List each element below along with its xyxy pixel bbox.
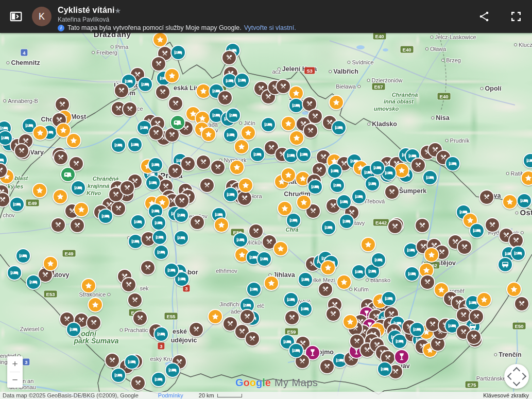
map-marker-star[interactable]	[238, 178, 253, 193]
map-marker-restaurant[interactable]	[217, 90, 233, 106]
map-marker-lodging[interactable]	[330, 178, 345, 193]
map-marker-restaurant[interactable]	[105, 353, 120, 368]
map-marker-restaurant[interactable]	[325, 306, 341, 322]
toggle-sidebar-button[interactable]	[9, 10, 23, 23]
map-marker-restaurant[interactable]	[14, 143, 29, 159]
map-marker-restaurant[interactable]	[196, 154, 211, 170]
map-marker-star[interactable]	[476, 292, 492, 307]
map-marker-restaurant[interactable]	[53, 150, 68, 165]
map-marker-restaurant[interactable]	[167, 163, 183, 179]
map-marker-lodging[interactable]	[321, 220, 336, 235]
map-marker-star[interactable]	[66, 133, 81, 148]
map-marker-restaurant[interactable]	[221, 50, 237, 65]
map-marker-restaurant[interactable]	[485, 217, 500, 233]
map-marker-lodging[interactable]	[145, 175, 161, 190]
map-marker-lodging[interactable]	[381, 291, 397, 306]
map-marker-lodging[interactable]	[469, 223, 485, 238]
map-marker-lodging[interactable]	[371, 252, 386, 268]
map-marker-lodging[interactable]	[153, 326, 169, 342]
map-canvas[interactable]: ChemnitzFreibergPirnaDrážďanyAnnaberg-BJ…	[0, 33, 532, 399]
map-marker-lodging[interactable]	[124, 354, 140, 370]
map-marker-lodging[interactable]	[297, 301, 313, 317]
map-marker-lodging[interactable]	[153, 245, 169, 260]
map-marker-lodging[interactable]	[174, 230, 189, 246]
map-marker-star[interactable]	[342, 314, 358, 329]
map-marker-lodging[interactable]	[226, 108, 241, 123]
map-marker-lodging[interactable]	[148, 157, 163, 172]
map-marker-restaurant[interactable]	[318, 282, 333, 297]
fullscreen-button[interactable]	[510, 10, 522, 23]
map-marker-lodging[interactable]	[288, 343, 304, 358]
map-marker-restaurant[interactable]	[199, 178, 215, 193]
create-own-map-link[interactable]: Vytvořte si vlastní.	[244, 24, 296, 31]
map-marker-lodging[interactable]	[246, 282, 262, 297]
map-marker-restaurant[interactable]	[245, 331, 260, 346]
keyboard-shortcuts-button[interactable]: Klávesové zkratky	[483, 392, 529, 398]
map-marker-star[interactable]	[32, 125, 48, 141]
map-marker-restaurant[interactable]	[122, 101, 138, 117]
map-marker-restaurant[interactable]	[210, 160, 226, 175]
map-marker-lodging[interactable]	[409, 322, 425, 337]
map-marker-restaurant[interactable]	[155, 84, 170, 100]
map-marker-restaurant[interactable]	[121, 277, 136, 292]
map-marker-lodging[interactable]	[127, 137, 143, 152]
map-marker-star[interactable]	[214, 217, 229, 233]
map-marker-restaurant[interactable]	[303, 123, 318, 138]
map-marker-lodging[interactable]	[445, 156, 460, 171]
map-marker-star[interactable]	[241, 125, 256, 141]
map-marker-lodging[interactable]	[351, 189, 367, 204]
map-marker-lodging[interactable]	[283, 292, 299, 307]
map-marker-lodging[interactable]	[365, 176, 380, 192]
pan-control[interactable]	[504, 364, 529, 389]
map-marker-lodging[interactable]	[298, 272, 313, 287]
share-button[interactable]	[478, 10, 490, 23]
map-marker-lodging[interactable]	[7, 265, 22, 281]
map-marker-lodging[interactable]	[307, 179, 323, 195]
map-marker-lodging[interactable]	[170, 45, 186, 60]
map-marker-lodging[interactable]	[66, 322, 81, 337]
map-marker-lodging[interactable]	[9, 197, 25, 212]
map-marker-camping[interactable]	[60, 167, 76, 182]
map-marker-lodging[interactable]	[261, 117, 276, 132]
map-marker-restaurant[interactable]	[387, 219, 403, 234]
map-marker-star[interactable]	[229, 160, 245, 175]
map-marker-star[interactable]	[424, 247, 439, 263]
map-marker-restaurant[interactable]	[50, 217, 66, 233]
map-marker-restaurant[interactable]	[420, 274, 435, 290]
map-marker-restaurant[interactable]	[248, 223, 264, 239]
favorite-star-icon[interactable]: ★	[114, 6, 121, 15]
map-marker-restaurant[interactable]	[479, 189, 494, 205]
map-marker-restaurant[interactable]	[132, 310, 148, 326]
map-marker-camping[interactable]	[170, 115, 185, 130]
map-marker-star[interactable]	[74, 202, 89, 217]
map-marker-lodging[interactable]	[296, 147, 312, 162]
map-marker-restaurant[interactable]	[86, 315, 101, 331]
map-marker-restaurant[interactable]	[114, 83, 129, 98]
map-marker-lodging[interactable]	[517, 193, 532, 209]
map-marker-lodging[interactable]	[339, 214, 354, 229]
map-marker-star[interactable]	[361, 237, 376, 252]
map-marker-lodging[interactable]	[250, 147, 265, 162]
zoom-out-button[interactable]: −	[7, 372, 23, 388]
map-marker-star[interactable]	[208, 309, 223, 324]
map-marker-bus[interactable]	[497, 257, 513, 272]
map-marker-star[interactable]	[329, 95, 344, 110]
map-marker-star[interactable]	[32, 183, 47, 198]
map-marker-restaurant[interactable]	[415, 218, 430, 233]
map-marker-restaurant[interactable]	[410, 158, 426, 173]
map-marker-star[interactable]	[277, 201, 293, 216]
map-marker-lodging[interactable]	[377, 361, 392, 377]
map-marker-lodging[interactable]	[71, 180, 86, 196]
map-marker-lodging[interactable]	[404, 266, 420, 282]
map-marker-restaurant[interactable]	[466, 329, 482, 345]
map-marker-restaurant[interactable]	[190, 215, 205, 230]
map-marker-star[interactable]	[88, 297, 103, 313]
map-marker-lodging[interactable]	[26, 274, 41, 290]
map-marker-lodging[interactable]	[234, 73, 250, 88]
map-marker-star[interactable]	[281, 167, 296, 183]
map-marker-star[interactable]	[394, 163, 409, 178]
map-marker-restaurant[interactable]	[457, 239, 472, 255]
map-marker-restaurant[interactable]	[70, 218, 85, 233]
map-marker-restaurant[interactable]	[140, 260, 156, 275]
map-marker-star[interactable]	[336, 274, 352, 290]
